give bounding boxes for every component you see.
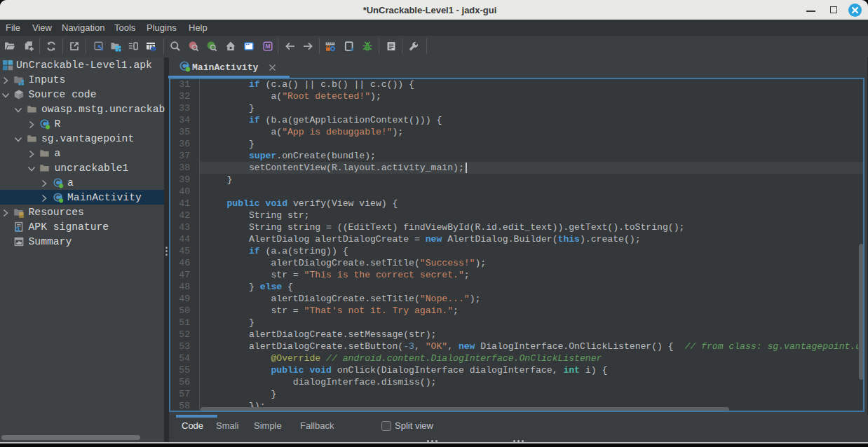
- svg-text:M: M: [265, 43, 270, 50]
